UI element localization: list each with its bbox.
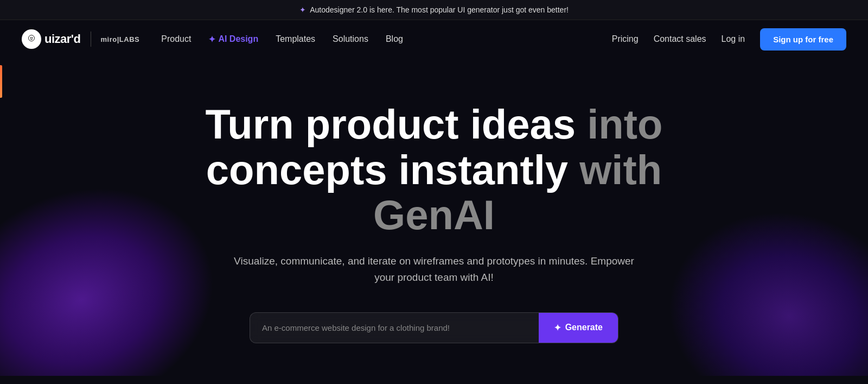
hero-title-line1-gray: into <box>587 101 662 147</box>
announcement-text: Autodesigner 2.0 is here. The most popul… <box>310 5 569 14</box>
nav-right: Pricing Contact sales Log in Sign up for… <box>612 28 846 51</box>
svg-point-3 <box>29 35 35 41</box>
hero-title: Turn product ideas into concepts instant… <box>163 102 705 238</box>
nav-item-ai-design[interactable]: ✦ AI Design <box>208 34 258 45</box>
uizard-icon <box>22 29 41 49</box>
svg-point-4 <box>30 37 31 38</box>
svg-point-5 <box>31 37 33 38</box>
generate-input[interactable] <box>250 313 539 342</box>
nav-item-templates[interactable]: Templates <box>276 34 315 44</box>
logo-area: uizar'd miro|LABS <box>22 29 139 49</box>
brand-name: uizar'd <box>44 32 81 46</box>
partner-logo: miro|LABS <box>101 35 140 43</box>
hero-content: Turn product ideas into concepts instant… <box>11 102 857 343</box>
nav-item-solutions[interactable]: Solutions <box>333 34 368 44</box>
nav-item-ai-label: AI Design <box>218 34 258 44</box>
uizard-logo[interactable]: uizar'd <box>22 29 81 49</box>
ai-sparkle-icon: ✦ <box>208 34 215 45</box>
generate-button-label: Generate <box>565 323 603 332</box>
generate-button[interactable]: ✦ Generate <box>539 313 618 343</box>
announcement-sparkle-icon: ✦ <box>299 5 306 14</box>
navbar: uizar'd miro|LABS Product ✦ AI Design Te… <box>0 20 868 58</box>
hero-subtitle: Visualize, communicate, and iterate on w… <box>228 253 640 286</box>
nav-links: Product ✦ AI Design Templates Solutions … <box>161 34 611 45</box>
hero-title-line2-white: concepts instantly <box>206 147 568 193</box>
announcement-bar: ✦ Autodesigner 2.0 is here. The most pop… <box>0 0 868 20</box>
logo-divider <box>91 32 91 47</box>
left-accent-bar <box>0 65 2 98</box>
generate-bar: ✦ Generate <box>250 312 618 343</box>
login-link[interactable]: Log in <box>722 34 745 44</box>
generate-sparkle-icon: ✦ <box>554 323 561 333</box>
nav-item-pricing[interactable]: Pricing <box>612 34 639 44</box>
nav-item-blog[interactable]: Blog <box>386 34 403 44</box>
signup-button[interactable]: Sign up for free <box>760 28 846 51</box>
hero-section: Turn product ideas into concepts instant… <box>0 58 868 376</box>
hero-title-line1-white: Turn product ideas <box>205 101 576 147</box>
nav-item-contact-sales[interactable]: Contact sales <box>654 34 706 44</box>
nav-item-product[interactable]: Product <box>161 34 191 44</box>
